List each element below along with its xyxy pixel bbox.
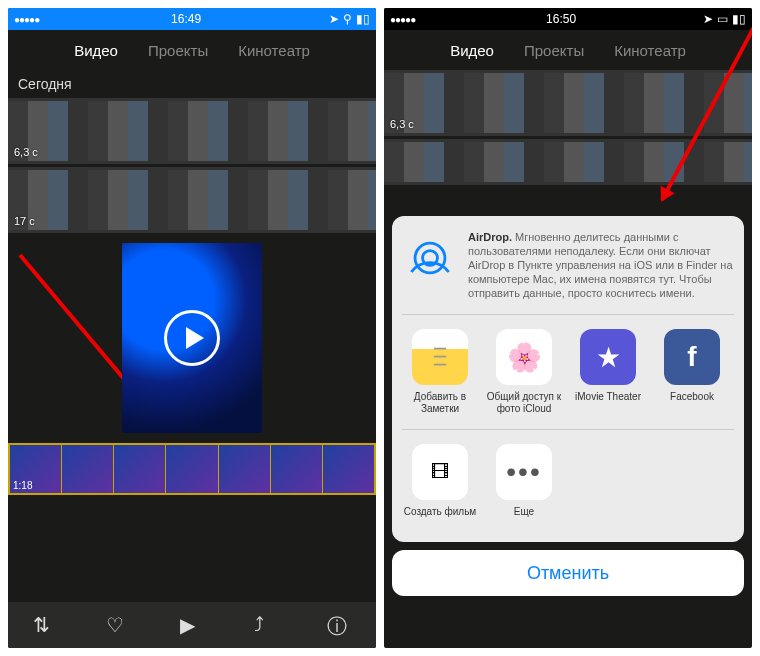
tab-projects[interactable]: Проекты (524, 42, 584, 59)
app-icloud-photos[interactable]: 🌸Общий доступ к фото iCloud (486, 329, 562, 415)
sort-icon[interactable] (33, 613, 57, 637)
bluetooth-icon: ⚲ (343, 12, 352, 26)
app-facebook[interactable]: fFacebook (654, 329, 730, 415)
share-row-2: 🎞Создать фильм •••Еще (402, 430, 734, 532)
play-icon[interactable] (164, 310, 220, 366)
play-icon[interactable] (180, 613, 204, 637)
status-bar: ●●●●● 16:50 ➤▭▮▯ (384, 8, 752, 30)
video-clip-2[interactable] (384, 139, 752, 185)
action-create-movie[interactable]: 🎞Создать фильм (402, 444, 478, 518)
status-bar: ●●●●● 16:49 ➤⚲▮▯ (8, 8, 376, 30)
screen-left: ●●●●● 16:49 ➤⚲▮▯ Видео Проекты Кинотеатр… (8, 8, 376, 648)
app-notes[interactable]: ━━━━━━Добавить в Заметки (402, 329, 478, 415)
location-icon: ➤ (703, 12, 713, 26)
cancel-button[interactable]: Отменить (392, 550, 744, 596)
battery-icon: ▮▯ (732, 12, 746, 26)
tab-theater[interactable]: Кинотеатр (614, 42, 686, 59)
section-title: Сегодня (8, 70, 376, 98)
app-imovie-theater[interactable]: ★iMovie Theater (570, 329, 646, 415)
bottom-toolbar (8, 602, 376, 648)
airdrop-section[interactable]: AirDrop. Мгновенно делитесь данными с по… (402, 230, 734, 315)
share-sheet: AirDrop. Мгновенно делитесь данными с по… (392, 216, 744, 640)
share-row-1: ━━━━━━Добавить в Заметки 🌸Общий доступ к… (402, 315, 734, 430)
airplay-icon: ▭ (717, 12, 728, 26)
airdrop-icon (402, 230, 458, 286)
svg-point-1 (415, 243, 445, 273)
video-thumbnail[interactable] (122, 243, 262, 433)
location-icon: ➤ (329, 12, 339, 26)
top-tabs: Видео Проекты Кинотеатр (8, 30, 376, 70)
info-icon[interactable] (327, 613, 351, 637)
tab-video[interactable]: Видео (450, 42, 494, 59)
tab-projects[interactable]: Проекты (148, 42, 208, 59)
video-clip-1[interactable]: 6,3 с (384, 70, 752, 136)
video-clip-1[interactable]: 6,3 с (8, 98, 376, 164)
heart-icon[interactable] (106, 613, 130, 637)
signal-icon: ●●●●● (14, 14, 39, 25)
action-more[interactable]: •••Еще (486, 444, 562, 518)
video-clip-2[interactable]: 17 с (8, 167, 376, 233)
signal-icon: ●●●●● (390, 14, 415, 25)
top-tabs: Видео Проекты Кинотеатр (384, 30, 752, 70)
screen-right: ●●●●● 16:50 ➤▭▮▯ Видео Проекты Кинотеатр… (384, 8, 752, 648)
timeline[interactable]: 1:18 (8, 443, 376, 495)
battery-icon: ▮▯ (356, 12, 370, 26)
tab-theater[interactable]: Кинотеатр (238, 42, 310, 59)
status-time: 16:49 (171, 12, 201, 26)
status-time: 16:50 (546, 12, 576, 26)
share-icon[interactable] (254, 613, 278, 637)
screenshots-wrap: ●●●●● 16:49 ➤⚲▮▯ Видео Проекты Кинотеатр… (0, 0, 760, 656)
airdrop-text: AirDrop. Мгновенно делитесь данными с по… (468, 230, 734, 300)
tab-video[interactable]: Видео (74, 42, 118, 59)
